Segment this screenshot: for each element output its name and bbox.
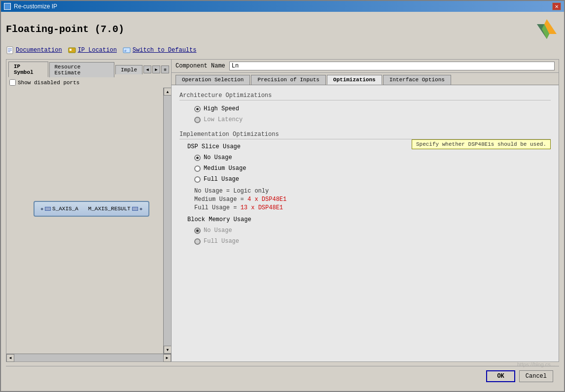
app-title-row: Floating-point (7.0)	[6, 17, 559, 41]
dsp-info-lines: No Usage = Logic only Medium Usage = 4 x…	[194, 188, 551, 211]
arch-low-latency-label: Low Latency	[204, 116, 243, 123]
arch-option-low-latency: Low Latency	[194, 116, 551, 123]
watermark: https://blog.cs...	[517, 361, 555, 367]
right-tab-bar: Operation Selection Precision of Inputs …	[172, 73, 559, 85]
bram-option-full-usage: Full Usage	[194, 238, 551, 245]
ip-location-icon	[68, 46, 76, 54]
window-title: Re-customize IP	[14, 3, 57, 10]
documentation-icon	[6, 46, 14, 54]
dsp-info-medium-usage: Medium Usage = 4 x DSP48E1	[194, 196, 551, 203]
component-name-label: Component Name	[176, 63, 225, 69]
tab-navigation: ◀ ▶ ⊞	[143, 65, 169, 73]
bram-full-usage-radio[interactable]	[194, 238, 201, 245]
dsp-medium-usage-label: Medium Usage	[204, 165, 246, 172]
svg-rect-8	[70, 49, 71, 51]
arch-low-latency-radio[interactable]	[194, 117, 201, 123]
input-port-name: S_AXIS_A	[52, 206, 78, 212]
scroll-left-button[interactable]: ◀	[6, 354, 14, 362]
left-scroll-area: ✚ S_AXIS_A M_AXIS_RESULT ✚	[6, 88, 171, 361]
bram-radio-group: No Usage Full Usage	[194, 227, 551, 245]
right-panel: Component Name Operation Selection Preci…	[172, 60, 559, 361]
horizontal-scrollbar[interactable]: ◀ ▶	[6, 354, 171, 361]
dsp-info-no-usage: No Usage = Logic only	[194, 188, 551, 195]
tab-ip-symbol[interactable]: IP Symbol	[8, 62, 48, 77]
tab-next-button[interactable]: ▶	[152, 65, 160, 73]
scroll-right-button[interactable]: ▶	[163, 354, 171, 362]
dsp-option-medium-usage: Medium Usage	[194, 165, 551, 172]
output-port-group: M_AXIS_RESULT ✚	[88, 206, 142, 212]
dsp-no-usage-label: No Usage	[204, 154, 232, 161]
ip-location-button[interactable]: IP Location	[68, 46, 117, 54]
bram-section-label: Block Memory Usage	[187, 216, 551, 223]
impl-section-header: Implementation Optimizations	[179, 131, 551, 139]
scroll-down-button[interactable]: ▼	[164, 346, 171, 354]
switch-defaults-button[interactable]: ↺ Switch to Defaults	[123, 46, 197, 54]
tab-imple[interactable]: Imple	[115, 65, 142, 74]
input-plus-icon: ✚	[40, 206, 43, 212]
toolbar: Documentation IP Location ↺ Switch to De…	[6, 45, 559, 55]
bram-full-usage-label: Full Usage	[204, 238, 239, 245]
arch-section-header: Architecture Optimizations	[179, 92, 551, 100]
svg-text:↺: ↺	[124, 49, 126, 53]
component-name-bar: Component Name	[172, 60, 559, 73]
arch-high-speed-radio[interactable]	[194, 106, 201, 112]
ip-symbol-canvas: ✚ S_AXIS_A M_AXIS_RESULT ✚	[6, 88, 171, 354]
arch-option-high-speed: High Speed	[194, 105, 551, 112]
ok-button[interactable]: OK	[486, 370, 515, 382]
switch-defaults-label: Switch to Defaults	[133, 47, 197, 54]
documentation-label: Documentation	[16, 47, 62, 54]
close-button[interactable]: ✕	[552, 2, 561, 10]
arch-high-speed-label: High Speed	[204, 105, 239, 112]
dsp-option-full-usage: Full Usage	[194, 176, 551, 183]
dsp-radio-group: No Usage Medium Usage Full Usage	[194, 154, 551, 183]
bram-no-usage-label: No Usage	[204, 227, 232, 234]
output-plus-icon: ✚	[140, 206, 142, 212]
dsp-no-usage-radio[interactable]	[194, 155, 201, 161]
title-bar: Re-customize IP ✕	[1, 1, 564, 12]
bram-no-usage-radio[interactable]	[194, 228, 201, 234]
main-panel: IP Symbol Resource Estimate Imple ◀ ▶ ⊞	[6, 59, 559, 362]
tab-precision-inputs[interactable]: Precision of Inputs	[251, 75, 325, 85]
switch-defaults-icon: ↺	[123, 46, 131, 54]
output-port-label: M_AXIS_RESULT ✚	[88, 206, 142, 212]
output-connector	[132, 207, 138, 211]
ip-location-label: IP Location	[78, 47, 117, 54]
tab-operation-selection[interactable]: Operation Selection	[176, 75, 250, 85]
documentation-button[interactable]: Documentation	[6, 46, 62, 54]
input-port-group: ✚ S_AXIS_A	[40, 206, 78, 212]
dsp-option-no-usage: No Usage	[194, 154, 551, 161]
tab-prev-button[interactable]: ◀	[143, 65, 151, 73]
dsp-full-usage-radio[interactable]	[194, 176, 201, 183]
xilinx-logo	[534, 17, 559, 41]
show-disabled-label: Show disabled ports	[18, 80, 79, 86]
dsp-info-full-usage: Full Usage = 13 x DSP48E1	[194, 204, 551, 211]
dsp-area: Specify whether DSP48E1s should be used.…	[179, 154, 551, 183]
tab-resource-estimate[interactable]: Resource Estimate	[49, 62, 114, 77]
show-disabled-row: Show disabled ports	[6, 77, 171, 88]
output-port-name: M_AXIS_RESULT	[88, 206, 131, 212]
vertical-scrollbar[interactable]: ▲ ▼	[163, 88, 171, 354]
tab-grid-button[interactable]: ⊞	[161, 65, 169, 73]
tab-interface-options[interactable]: Interface Options	[383, 75, 451, 85]
scroll-up-button[interactable]: ▲	[164, 88, 171, 96]
input-connector	[45, 207, 51, 211]
left-tab-bar: IP Symbol Resource Estimate Imple ◀ ▶ ⊞	[6, 60, 171, 77]
tab-optimizations[interactable]: Optimizations	[327, 75, 382, 85]
right-content: Architecture Optimizations High Speed Lo…	[172, 85, 559, 361]
dsp-full-usage-label: Full Usage	[204, 176, 239, 183]
input-port-label: ✚ S_AXIS_A	[40, 206, 78, 212]
app-title: Floating-point (7.0)	[6, 24, 124, 35]
dsp-medium-usage-radio[interactable]	[194, 165, 201, 172]
left-panel: IP Symbol Resource Estimate Imple ◀ ▶ ⊞	[6, 60, 172, 361]
content-area: Floating-point (7.0) Documentation	[1, 12, 564, 391]
component-name-input[interactable]	[229, 62, 555, 70]
component-diagram: ✚ S_AXIS_A M_AXIS_RESULT ✚	[34, 201, 149, 217]
dsp-tooltip: Specify whether DSP48E1s should be used.	[412, 139, 551, 149]
cancel-button[interactable]: Cancel	[519, 370, 553, 382]
component-block: ✚ S_AXIS_A M_AXIS_RESULT ✚	[34, 201, 149, 217]
main-window: Re-customize IP ✕ Floating-point (7.0)	[0, 0, 565, 392]
arch-radio-group: High Speed Low Latency	[194, 105, 551, 123]
show-disabled-checkbox[interactable]	[9, 79, 16, 86]
bottom-bar: OK Cancel	[6, 366, 559, 386]
app-icon	[4, 3, 11, 10]
